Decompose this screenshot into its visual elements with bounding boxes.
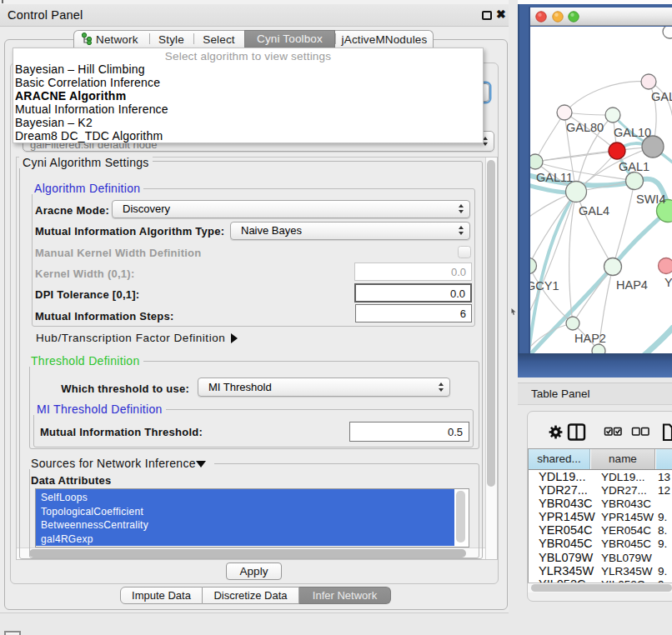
svg-text:GAL80: GAL80: [566, 121, 604, 134]
svg-text:GAL1: GAL1: [619, 160, 649, 173]
svg-text:SWI4: SWI4: [636, 192, 665, 206]
svg-text:HAP4: HAP4: [616, 278, 648, 292]
svg-text:GAL11: GAL11: [536, 171, 573, 184]
svg-text:GCY1: GCY1: [530, 279, 559, 292]
svg-text:HAP2: HAP2: [574, 332, 606, 345]
svg-text:GAL4: GAL4: [579, 204, 609, 218]
svg-text:GAL: GAL: [651, 90, 672, 103]
svg-text:Y: Y: [664, 276, 672, 289]
svg-text:GAL10: GAL10: [614, 126, 651, 139]
